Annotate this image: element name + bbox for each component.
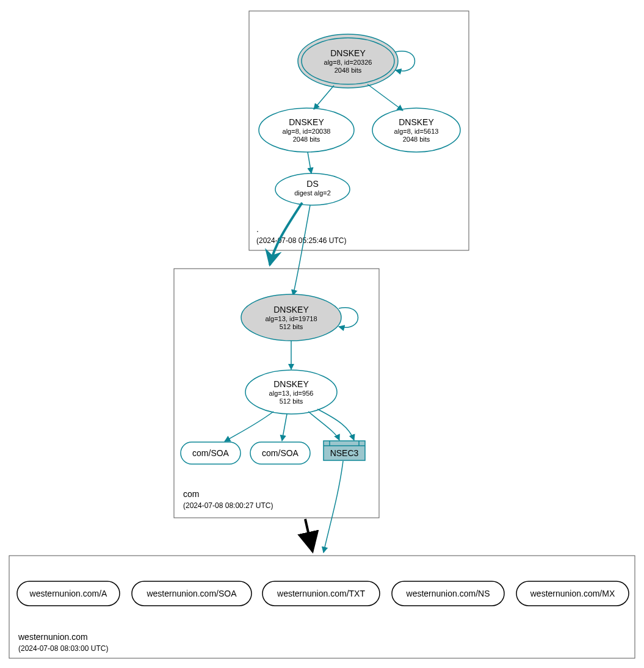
svg-text:2048 bits: 2048 bits [293,136,320,143]
svg-text:westernunion.com/NS: westernunion.com/NS [406,589,490,598]
svg-text:512 bits: 512 bits [280,323,303,330]
svg-text:DNSKEY: DNSKEY [330,48,366,58]
edge-zsk-ds [308,152,311,173]
root-ds: DS digest alg=2 [275,173,350,205]
edge-ksk-zsk2 [367,84,403,111]
zone-com-ts: (2024-07-08 08:00:27 UTC) [183,501,273,510]
leaf-rr-4: westernunion.com/MX [516,581,629,606]
svg-text:DNSKEY: DNSKEY [289,117,324,127]
svg-rect-35 [9,556,635,658]
svg-text:westernunion.com/A: westernunion.com/A [29,589,108,598]
svg-text:512 bits: 512 bits [280,398,303,405]
com-zsk: DNSKEY alg=13, id=956 512 bits [245,370,337,414]
svg-text:2048 bits: 2048 bits [403,136,430,143]
zone-leaf: westernunion.com (2024-07-08 08:03:00 UT… [9,556,635,658]
edge-com-zsk-nsec-a [308,412,339,440]
svg-text:alg=8, id=20038: alg=8, id=20038 [283,128,331,135]
com-soa-1: com/SOA [181,442,241,464]
leaf-rr-0: westernunion.com/A [17,581,120,606]
com-soa-2: com/SOA [250,442,310,464]
svg-text:DNSKEY: DNSKEY [399,117,434,127]
svg-text:NSEC3: NSEC3 [330,448,359,458]
edge-root-to-com-zone [270,203,302,265]
edge-com-zsk-soa2 [282,414,287,441]
com-nsec3: NSEC3 [324,441,365,460]
zone-root: . (2024-07-08 05:25:46 UTC) DNSKEY alg=8… [249,11,469,250]
svg-text:DNSKEY: DNSKEY [273,305,309,314]
zone-leaf-ts: (2024-07-08 08:03:00 UTC) [18,644,108,653]
zone-com-name: com [183,489,199,499]
svg-text:digest alg=2: digest alg=2 [294,189,331,197]
edge-com-zsk-soa1 [225,412,273,441]
dnssec-graph: . (2024-07-08 05:25:46 UTC) DNSKEY alg=8… [0,0,644,668]
svg-text:westernunion.com/TXT: westernunion.com/TXT [277,589,365,598]
svg-text:com/SOA: com/SOA [192,448,230,458]
svg-text:westernunion.com/SOA: westernunion.com/SOA [146,589,237,598]
root-ksk: DNSKEY alg=8, id=20326 2048 bits [298,34,398,88]
svg-text:alg=8, id=5613: alg=8, id=5613 [394,128,439,135]
edge-ksk-zsk [314,85,334,109]
svg-text:2048 bits: 2048 bits [335,67,362,74]
svg-text:alg=13, id=956: alg=13, id=956 [269,390,314,397]
leaf-rr-1: westernunion.com/SOA [132,581,251,606]
leaf-rr-2: westernunion.com/TXT [262,581,380,606]
zone-leaf-name: westernunion.com [18,632,88,642]
root-zsk: DNSKEY alg=8, id=20038 2048 bits [259,108,354,152]
zone-root-name: . [256,224,259,234]
com-ksk: DNSKEY alg=13, id=19718 512 bits [241,294,341,341]
leaf-rr-3: westernunion.com/NS [392,581,504,606]
svg-text:alg=13, id=19718: alg=13, id=19718 [265,315,317,322]
svg-text:alg=8, id=20326: alg=8, id=20326 [324,59,372,66]
zone-com: com (2024-07-08 08:00:27 UTC) DNSKEY alg… [174,269,379,518]
svg-text:DNSKEY: DNSKEY [273,379,309,389]
root-zsk2: DNSKEY alg=8, id=5613 2048 bits [372,108,460,152]
zone-root-ts: (2024-07-08 05:25:46 UTC) [256,236,346,245]
edge-com-to-leaf-zone [305,519,313,551]
svg-text:com/SOA: com/SOA [262,448,299,458]
edge-nsec-to-leaf [324,461,343,553]
svg-text:westernunion.com/MX: westernunion.com/MX [530,589,615,598]
svg-text:DS: DS [306,179,318,189]
